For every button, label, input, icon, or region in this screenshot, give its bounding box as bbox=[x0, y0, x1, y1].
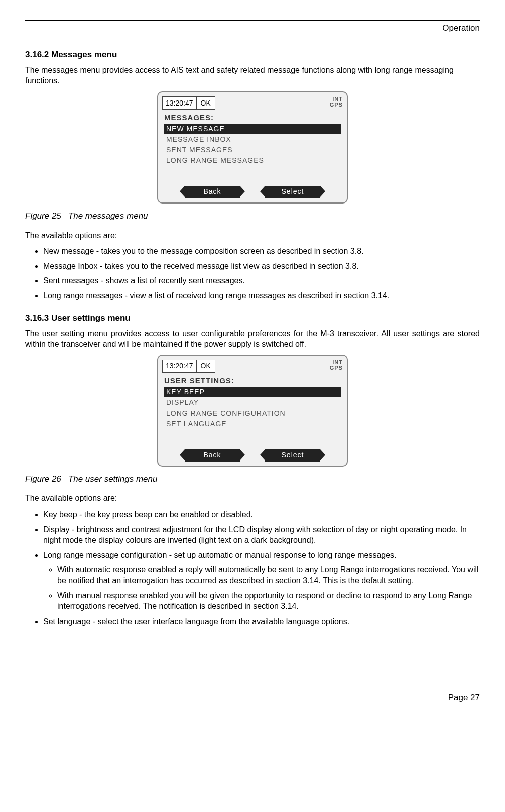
menu-item-display[interactable]: DISPLAY bbox=[164, 397, 341, 408]
status-bar: 13:20:47 OK INT GPS bbox=[162, 96, 343, 110]
menu-item-sent[interactable]: SENT MESSAGES bbox=[164, 145, 341, 155]
menu-space bbox=[162, 166, 343, 186]
para-messages-intro: The messages menu provides access to AIS… bbox=[25, 65, 480, 86]
menu-title: MESSAGES: bbox=[164, 113, 343, 123]
softkey-back[interactable]: Back bbox=[185, 186, 240, 198]
menu-item-key-beep[interactable]: KEY BEEP bbox=[164, 387, 341, 397]
options2-list: Key beep - the key press beep can be ena… bbox=[43, 509, 480, 627]
fig26-num: Figure 26 bbox=[25, 474, 61, 484]
status-time: 13:20:47 bbox=[162, 360, 197, 373]
opt2-long-range: Long range message configuration - set u… bbox=[43, 550, 480, 612]
menu-space bbox=[162, 429, 343, 449]
device-screen: 13:20:47 OK INT GPS MESSAGES: NEW MESSAG… bbox=[157, 91, 348, 204]
options1-list: New message - takes you to the message c… bbox=[43, 246, 480, 301]
opt2-set-language: Set language - select the user interface… bbox=[43, 616, 480, 627]
options1-lead: The available options are: bbox=[25, 230, 480, 241]
softkey-select[interactable]: Select bbox=[265, 186, 320, 198]
opt2-sub-manual: With manual response enabled you will be… bbox=[57, 590, 480, 612]
fig26-text: The user settings menu bbox=[68, 474, 158, 484]
opt2-sub-auto: With automatic response enabled a reply … bbox=[57, 564, 480, 586]
menu-item-long-range-config[interactable]: LONG RANGE CONFIGURATION bbox=[164, 408, 341, 419]
figure-25-device: 13:20:47 OK INT GPS MESSAGES: NEW MESSAG… bbox=[157, 91, 348, 204]
status-bar: 13:20:47 OK INT GPS bbox=[162, 360, 343, 373]
para-user-settings-intro: The user setting menu provides access to… bbox=[25, 328, 480, 350]
opt2-display: Display - brightness and contrast adjust… bbox=[43, 524, 480, 546]
status-int-gps: INT GPS bbox=[330, 96, 343, 110]
opt2-long-range-text: Long range message configuration - set u… bbox=[43, 551, 397, 559]
menu-list: KEY BEEP DISPLAY LONG RANGE CONFIGURATIO… bbox=[164, 387, 341, 429]
header-section-label: Operation bbox=[25, 23, 480, 34]
footer-rule bbox=[25, 687, 480, 687]
status-time: 13:20:47 bbox=[162, 96, 197, 110]
softkey-select[interactable]: Select bbox=[265, 449, 320, 462]
menu-item-set-language[interactable]: SET LANGUAGE bbox=[164, 419, 341, 429]
menu-title: USER SETTINGS: bbox=[164, 376, 343, 386]
menu-item-new-message[interactable]: NEW MESSAGE bbox=[164, 124, 341, 134]
figure-26-caption: Figure 26The user settings menu bbox=[25, 474, 480, 485]
menu-list: NEW MESSAGE MESSAGE INBOX SENT MESSAGES … bbox=[164, 124, 341, 166]
opt1-new-message: New message - takes you to the message c… bbox=[43, 246, 480, 257]
fig25-text: The messages menu bbox=[68, 211, 148, 221]
opt1-sent: Sent messages - shows a list of recently… bbox=[43, 275, 480, 286]
menu-item-inbox[interactable]: MESSAGE INBOX bbox=[164, 134, 341, 145]
status-spacer bbox=[215, 96, 330, 110]
status-ok: OK bbox=[197, 96, 215, 110]
softkey-row: Back Select bbox=[162, 449, 343, 462]
top-rule bbox=[25, 20, 480, 21]
status-spacer bbox=[215, 360, 330, 373]
figure-26-device: 13:20:47 OK INT GPS USER SETTINGS: KEY B… bbox=[157, 355, 348, 467]
figure-25-caption: Figure 25The messages menu bbox=[25, 211, 480, 222]
opt2-key-beep: Key beep - the key press beep can be ena… bbox=[43, 509, 480, 520]
page-number: Page 27 bbox=[25, 692, 480, 704]
heading-user-settings: 3.16.3 User settings menu bbox=[25, 313, 480, 324]
softkey-back[interactable]: Back bbox=[185, 449, 240, 462]
opt2-sublist: With automatic response enabled a reply … bbox=[57, 564, 480, 612]
options2-lead: The available options are: bbox=[25, 493, 480, 504]
softkey-row: Back Select bbox=[162, 186, 343, 198]
status-gps: GPS bbox=[330, 365, 343, 371]
heading-messages-menu: 3.16.2 Messages menu bbox=[25, 49, 480, 61]
device-screen: 13:20:47 OK INT GPS USER SETTINGS: KEY B… bbox=[157, 355, 348, 467]
status-int-gps: INT GPS bbox=[330, 360, 343, 373]
status-gps: GPS bbox=[330, 102, 343, 108]
menu-item-long-range[interactable]: LONG RANGE MESSAGES bbox=[164, 155, 341, 166]
fig25-num: Figure 25 bbox=[25, 211, 61, 221]
status-ok: OK bbox=[197, 360, 215, 373]
opt1-long-range: Long range messages - view a list of rec… bbox=[43, 290, 480, 301]
opt1-inbox: Message Inbox - takes you to the receive… bbox=[43, 261, 480, 272]
